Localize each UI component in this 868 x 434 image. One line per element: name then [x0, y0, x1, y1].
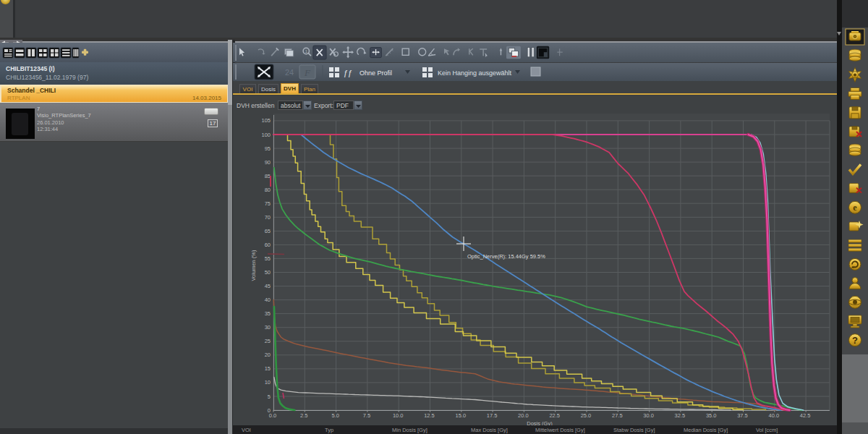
svg-text:Volumen (%): Volumen (%): [250, 250, 257, 281]
svg-text:24: 24: [285, 68, 294, 77]
svg-text:7.5: 7.5: [363, 412, 370, 419]
svg-text:40: 40: [265, 297, 271, 303]
svg-text:35.0: 35.0: [706, 412, 717, 419]
svg-text:95: 95: [265, 145, 271, 152]
svg-text:90: 90: [265, 159, 271, 166]
svg-text:Optic_Nerve(R): 15.44Gy 59.5%: Optic_Nerve(R): 15.44Gy 59.5%: [467, 253, 545, 260]
svg-text:0.0: 0.0: [269, 412, 276, 419]
svg-text:65: 65: [265, 228, 271, 234]
svg-text:17.5: 17.5: [487, 412, 498, 419]
svg-text:27.5: 27.5: [612, 412, 623, 419]
svg-text:F: F: [304, 67, 311, 78]
svg-text:35: 35: [265, 310, 271, 317]
svg-text:30: 30: [265, 324, 271, 331]
svg-text:5.0: 5.0: [331, 412, 339, 419]
svg-text:12.5: 12.5: [424, 412, 435, 419]
svg-text:50: 50: [265, 269, 271, 276]
svg-text:32.5: 32.5: [675, 412, 686, 419]
svg-text:1: 1: [305, 49, 307, 54]
svg-text:2.5: 2.5: [300, 412, 307, 419]
svg-text:?: ?: [852, 335, 858, 346]
svg-text:Kein Hanging ausgewählt: Kein Hanging ausgewählt: [438, 69, 512, 77]
svg-text:42.5: 42.5: [800, 412, 811, 419]
svg-text:37.5: 37.5: [737, 412, 748, 419]
svg-text:100: 100: [261, 132, 271, 138]
svg-text:70: 70: [265, 214, 271, 221]
svg-text:20.0: 20.0: [518, 412, 529, 419]
svg-text:Ohne Profil: Ohne Profil: [359, 69, 392, 77]
svg-text:105: 105: [261, 117, 271, 124]
svg-text:15.0: 15.0: [455, 412, 466, 419]
svg-text:80: 80: [265, 187, 271, 193]
svg-text:5: 5: [268, 393, 271, 400]
svg-text:60: 60: [265, 242, 271, 248]
svg-text:e: e: [853, 203, 857, 213]
svg-text:75: 75: [265, 200, 271, 207]
svg-text:15: 15: [265, 365, 271, 372]
svg-text:10: 10: [265, 379, 271, 386]
svg-text:10.0: 10.0: [393, 412, 404, 419]
svg-text:22.5: 22.5: [549, 412, 560, 419]
svg-text:40.0: 40.0: [768, 412, 779, 419]
svg-text:ƒƒ: ƒƒ: [344, 69, 352, 77]
svg-text:20: 20: [265, 352, 271, 358]
svg-text:25.0: 25.0: [581, 412, 592, 419]
svg-text:45: 45: [265, 283, 271, 289]
svg-text:85: 85: [265, 173, 271, 179]
svg-text:25: 25: [265, 338, 271, 344]
svg-text:30.0: 30.0: [643, 412, 654, 419]
svg-text:55: 55: [265, 255, 271, 262]
